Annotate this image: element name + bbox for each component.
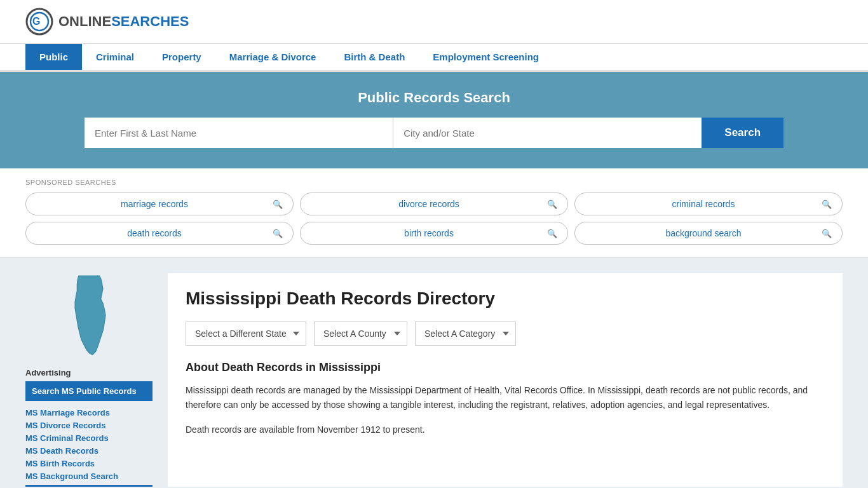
sidebar-link-marriage[interactable]: MS Marriage Records (25, 407, 153, 417)
sponsored-text-birth: birth records (311, 228, 547, 238)
hero-title: Public Records Search (25, 90, 843, 106)
sponsored-item-marriage[interactable]: marriage records 🔍 (25, 193, 294, 215)
availability-text: Death records are available from Novembe… (186, 423, 825, 437)
name-input[interactable] (85, 118, 393, 148)
svg-text:G: G (32, 16, 40, 27)
main-nav: Public Criminal Property Marriage & Divo… (0, 44, 868, 72)
search-icon: 🔍 (547, 200, 557, 209)
nav-item-birth-death[interactable]: Birth & Death (330, 44, 419, 70)
hero-section: Public Records Search Search (0, 72, 868, 168)
logo-icon: G (25, 8, 53, 36)
sponsored-text-criminal: criminal records (585, 199, 822, 209)
logo-online-text: ONLINE (58, 13, 111, 30)
about-text: Mississippi death records are managed by… (186, 383, 825, 412)
sponsored-section: SPONSORED SEARCHES marriage records 🔍 di… (0, 168, 868, 258)
mississippi-map-icon (54, 273, 124, 356)
sponsored-item-divorce[interactable]: divorce records 🔍 (300, 193, 568, 215)
sidebar-divider (25, 485, 153, 487)
site-header: G ONLINE SEARCHES (0, 0, 868, 44)
nav-item-property[interactable]: Property (148, 44, 215, 70)
nav-item-employment[interactable]: Employment Screening (419, 44, 553, 70)
state-map (25, 273, 153, 358)
sponsored-text-marriage: marriage records (36, 199, 273, 209)
sponsored-item-birth[interactable]: birth records 🔍 (300, 222, 568, 245)
logo-searches-text: SEARCHES (111, 13, 189, 30)
sidebar-link-birth[interactable]: MS Birth Records (25, 458, 153, 468)
search-icon: 🔍 (273, 200, 283, 209)
main-container: Advertising Search MS Public Records MS … (0, 258, 868, 488)
nav-item-marriage-divorce[interactable]: Marriage & Divorce (215, 44, 330, 70)
sidebar: Advertising Search MS Public Records MS … (25, 273, 153, 487)
search-bar: Search (85, 118, 783, 148)
county-dropdown[interactable]: Select A County (314, 322, 407, 346)
sponsored-label: SPONSORED SEARCHES (25, 179, 843, 186)
main-content: Mississippi Death Records Directory Sele… (168, 273, 843, 487)
search-icon: 🔍 (822, 200, 832, 209)
search-icon: 🔍 (273, 229, 283, 238)
sponsored-text-background: background search (585, 228, 822, 238)
sidebar-link-death[interactable]: MS Death Records (25, 445, 153, 456)
sponsored-item-background[interactable]: background search 🔍 (574, 222, 843, 245)
about-title: About Death Records in Mississippi (186, 361, 825, 374)
search-icon: 🔍 (547, 229, 557, 238)
location-input[interactable] (393, 118, 702, 148)
advertising-label: Advertising (25, 368, 153, 377)
sidebar-link-criminal[interactable]: MS Criminal Records (25, 433, 153, 443)
ad-box-text: Search MS Public Records (32, 386, 137, 396)
sidebar-link-background[interactable]: MS Background Search (25, 471, 153, 481)
search-icon: 🔍 (822, 229, 832, 238)
sponsored-item-death[interactable]: death records 🔍 (25, 222, 294, 245)
search-button[interactable]: Search (702, 118, 783, 148)
sidebar-link-divorce[interactable]: MS Divorce Records (25, 420, 153, 430)
sponsored-text-death: death records (36, 228, 273, 238)
category-dropdown[interactable]: Select A Category (415, 322, 516, 346)
ad-box[interactable]: Search MS Public Records (25, 381, 153, 401)
sidebar-links: MS Marriage Records MS Divorce Records M… (25, 407, 153, 481)
sponsored-text-divorce: divorce records (311, 199, 547, 209)
nav-item-public[interactable]: Public (25, 44, 82, 70)
site-logo[interactable]: G ONLINE SEARCHES (25, 8, 189, 36)
sponsored-grid: marriage records 🔍 divorce records 🔍 cri… (25, 193, 843, 245)
dropdowns: Select a Different State Select A County… (186, 322, 825, 346)
nav-item-criminal[interactable]: Criminal (82, 44, 148, 70)
state-dropdown[interactable]: Select a Different State (186, 322, 306, 346)
page-title: Mississippi Death Records Directory (186, 288, 825, 309)
sponsored-item-criminal[interactable]: criminal records 🔍 (574, 193, 843, 215)
